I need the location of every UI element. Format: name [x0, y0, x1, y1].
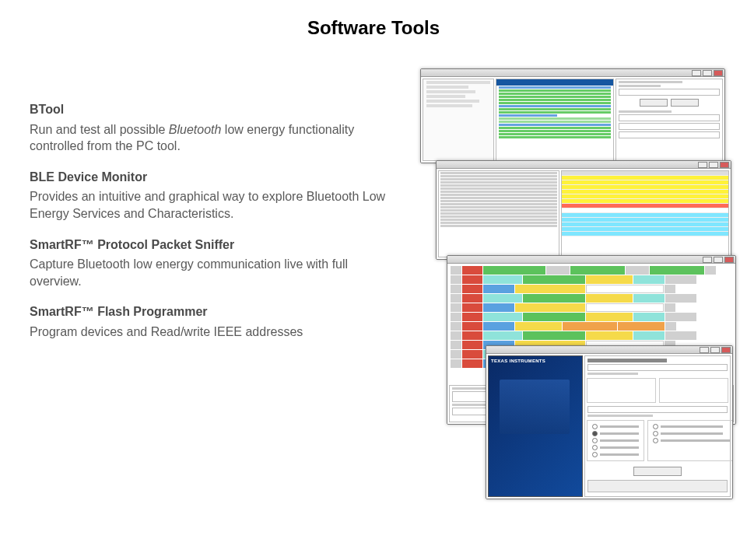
flash-main-pane [584, 355, 731, 497]
screenshot-flash-programmer: TEXAS INSTRUMENTS [486, 345, 733, 499]
tool4-desc: Program devices and Read/write IEEE addr… [30, 324, 388, 341]
screenshot-ble-device-monitor [436, 160, 731, 260]
window-body [421, 77, 724, 163]
devmon-log-pane [438, 170, 559, 257]
maximize-icon [703, 70, 712, 76]
window-titlebar [447, 256, 735, 264]
tool1-desc-em: Bluetooth [169, 123, 222, 136]
ti-logo: TEXAS INSTRUMENTS [489, 356, 582, 366]
devmon-attr-pane [561, 170, 729, 257]
window-body: TEXAS INSTRUMENTS [486, 354, 732, 499]
tool1-title: BTool [30, 101, 388, 118]
maximize-icon [709, 162, 718, 168]
screenshot-btool [420, 68, 725, 163]
btool-tree-pane [423, 79, 494, 161]
screenshot-stack: TEXAS INSTRUMENTS [420, 68, 731, 504]
minimize-icon [700, 347, 709, 353]
window-body [437, 169, 731, 259]
minimize-icon [692, 70, 701, 76]
maximize-icon [710, 347, 720, 353]
window-titlebar [437, 161, 731, 169]
text-column: BTool Run and test all possible Bluetoot… [30, 87, 388, 341]
window-titlebar [421, 69, 724, 77]
tool3-title: SmartRF™ Protocol Packet Sniffer [30, 236, 388, 254]
window-titlebar [486, 346, 732, 354]
close-icon [724, 257, 734, 263]
tool1-desc-pre: Run and test all possible [30, 123, 169, 136]
tool1-desc: Run and test all possible Bluetooth low … [30, 121, 388, 155]
close-icon [714, 70, 723, 76]
chip-art-icon [500, 380, 570, 434]
close-icon [720, 162, 729, 168]
close-icon [721, 347, 731, 353]
btool-controls-pane [615, 79, 723, 161]
btool-log-pane [496, 79, 614, 161]
tool2-title: BLE Device Monitor [30, 169, 388, 186]
page-title: Software Tools [0, 17, 747, 39]
tool2-desc: Provides an intuitive and graphical way … [30, 188, 388, 222]
minimize-icon [703, 257, 712, 263]
flash-brand-pane: TEXAS INSTRUMENTS [488, 355, 583, 497]
tool3-desc: Capture Bluetooth low energy communicati… [30, 256, 388, 289]
tool4-title: SmartRF™ Flash Programmer [30, 303, 388, 320]
flash-question [587, 359, 667, 362]
slide: Software Tools BTool Run and test all po… [0, 0, 747, 560]
maximize-icon [714, 257, 723, 263]
minimize-icon [698, 162, 707, 168]
